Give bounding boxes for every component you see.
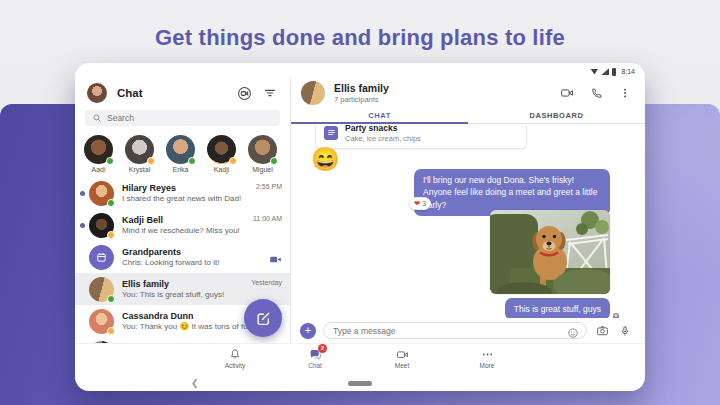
card-subtitle: Cake, ice cream, chips	[345, 134, 421, 143]
more-options-icon[interactable]	[617, 85, 633, 101]
avatar	[166, 135, 195, 164]
nav-meet[interactable]: Meet	[376, 347, 428, 369]
attach-plus-button[interactable]: +	[300, 323, 316, 339]
ellipsis-icon	[461, 347, 513, 361]
tablet-frame: 8:14 Chat	[75, 63, 645, 391]
conversation-panel: Ellis family 7 participants	[290, 77, 645, 343]
chat-time: 11:00 AM	[253, 215, 282, 222]
contact-krystal[interactable]: Krystal	[119, 135, 160, 173]
bottom-navigation: Activity 2 Chat Meet	[75, 343, 645, 375]
camera-icon[interactable]	[594, 323, 610, 339]
party-snacks-card[interactable]: Party snacks Cake, ice cream, chips	[315, 125, 527, 149]
emoji-picker-icon[interactable]	[565, 325, 581, 341]
sent-message[interactable]: I'll bring our new dog Dona. She's frisk…	[414, 169, 610, 216]
chat-list-item[interactable]: Kadji Bell Mind if we reschedule? Miss y…	[75, 209, 290, 241]
message-area: Party snacks Cake, ice cream, chips 😄 I'…	[291, 125, 645, 318]
presence-available-icon	[106, 157, 114, 165]
contact-name: Miguel	[242, 166, 283, 173]
sent-message[interactable]: This is great stuff, guys	[505, 298, 610, 318]
conversation-avatar[interactable]	[301, 81, 325, 105]
emoji-message[interactable]: 😄	[311, 148, 340, 171]
banner-title: Get things done and bring plans to life	[0, 25, 720, 51]
conversation-title: Ellis family	[334, 82, 546, 94]
search-input[interactable]	[107, 113, 273, 123]
tab-dashboard[interactable]: DASHBOARD	[468, 108, 645, 123]
presence-away-icon	[147, 157, 155, 165]
meet-camera-icon	[376, 347, 428, 361]
nav-label: More	[461, 362, 513, 369]
chat-name: Hilary Reyes	[122, 183, 256, 193]
meeting-in-progress-icon[interactable]	[269, 253, 282, 267]
nav-more[interactable]: More	[461, 347, 513, 369]
contact-miguel[interactable]: Miguel	[242, 135, 283, 173]
chat-list: Hilary Reyes I shared the great news wit…	[75, 177, 290, 369]
avatar	[125, 135, 154, 164]
nav-activity[interactable]: Activity	[209, 347, 261, 369]
chat-time: 2:55 PM	[256, 183, 282, 190]
chat-preview: You: This is great stuff, guys!	[122, 290, 251, 299]
message-composer: +	[291, 318, 645, 343]
presence-available-icon	[107, 295, 115, 303]
conversation-subtitle: 7 participants	[334, 95, 546, 104]
contact-aadi[interactable]: Aadi	[78, 135, 119, 173]
chat-preview: Mind if we reschedule? Miss you!	[122, 226, 253, 235]
voice-call-icon[interactable]	[588, 85, 604, 101]
nav-chat[interactable]: 2 Chat	[289, 347, 341, 369]
unread-dot	[80, 223, 85, 228]
presence-away-icon	[107, 327, 115, 335]
contact-name: Erika	[160, 166, 201, 173]
presence-away-icon	[229, 157, 237, 165]
status-bar: 8:14	[590, 67, 635, 76]
presence-available-icon	[188, 157, 196, 165]
chat-preview: I shared the great news with Dad!	[122, 194, 256, 203]
sidebar-title: Chat	[117, 87, 226, 99]
microphone-icon[interactable]	[617, 323, 633, 339]
wifi-icon	[590, 69, 598, 75]
chat-list-item[interactable]: Grandparents Chris: Looking forward to i…	[75, 241, 290, 273]
compose-icon	[255, 310, 272, 327]
search-icon	[92, 109, 102, 127]
sidebar-header: Chat	[75, 79, 290, 107]
marketing-screenshot: Get things done and bring plans to life …	[0, 0, 720, 405]
chat-name: Ellis family	[122, 279, 251, 289]
unread-badge: 2	[318, 344, 327, 353]
home-indicator[interactable]	[348, 381, 372, 386]
contact-kadji[interactable]: Kadji	[201, 135, 242, 173]
reaction-count: 3	[422, 200, 426, 207]
dog-photo-message[interactable]	[490, 210, 610, 294]
avatar	[89, 181, 114, 206]
status-time: 8:14	[621, 68, 635, 75]
bell-icon	[209, 347, 261, 361]
avatar	[248, 135, 277, 164]
nav-label: Meet	[376, 362, 428, 369]
contact-erika[interactable]: Erika	[160, 135, 201, 173]
chat-bubbles-icon: 2	[289, 347, 341, 361]
new-chat-button[interactable]	[244, 299, 282, 337]
unread-dot	[80, 191, 85, 196]
contact-name: Kadji	[201, 166, 242, 173]
avatar	[84, 135, 113, 164]
signal-icon	[601, 68, 609, 75]
message-reaction[interactable]: ❤ 3	[409, 197, 431, 210]
message-input[interactable]	[333, 326, 564, 336]
conversation-tabs: CHAT DASHBOARD	[291, 108, 645, 124]
chat-list-item[interactable]: Hilary Reyes I shared the great news wit…	[75, 177, 290, 209]
filter-icon[interactable]	[262, 85, 278, 101]
avatar	[89, 277, 114, 302]
search-bar[interactable]	[85, 110, 280, 126]
meet-now-icon[interactable]	[236, 85, 252, 101]
tab-chat[interactable]: CHAT	[291, 108, 468, 123]
user-avatar[interactable]	[87, 83, 107, 103]
message-field[interactable]	[323, 322, 587, 339]
presence-away-icon	[107, 231, 115, 239]
nav-label: Chat	[289, 362, 341, 369]
avatar	[207, 135, 236, 164]
video-call-icon[interactable]	[559, 85, 575, 101]
chat-name: Kadji Bell	[122, 215, 253, 225]
avatar	[89, 213, 114, 238]
android-nav-bar: ❮	[75, 375, 645, 391]
back-chevron-icon[interactable]: ❮	[191, 378, 199, 388]
battery-icon	[612, 68, 616, 76]
chat-time: Yesterday	[251, 279, 282, 286]
list-icon	[324, 126, 338, 140]
